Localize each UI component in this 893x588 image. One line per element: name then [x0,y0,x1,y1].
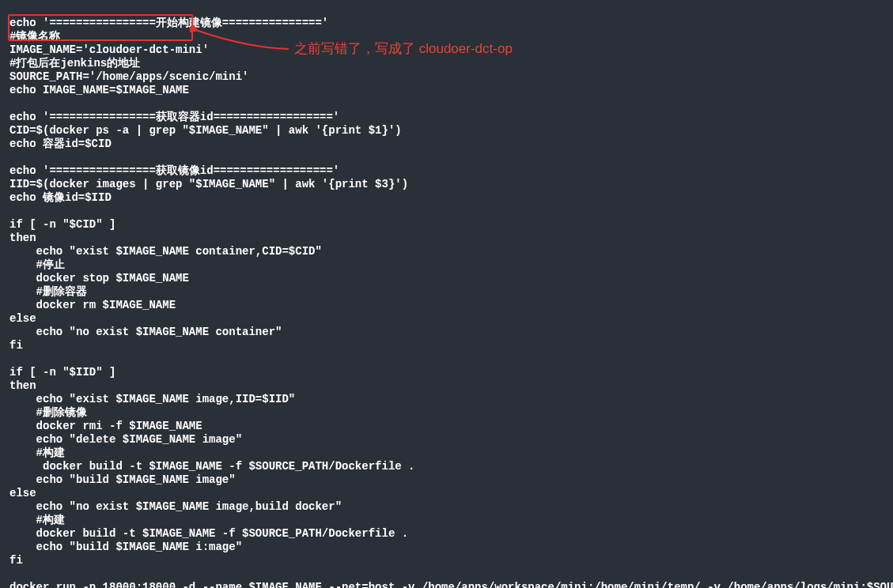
code-line: IMAGE_NAME='cloudoer-dct-mini' [9,43,209,56]
code-line: if [ -n "$IID" ] [9,366,115,379]
code-line: else [9,312,36,325]
code-line: CID=$(docker ps -a | grep "$IMAGE_NAME" … [9,124,402,137]
code-line: then [9,232,36,244]
code-line: docker build -t $IMAGE_NAME -f $SOURCE_P… [9,460,414,473]
code-line: then [9,379,36,392]
code-line: fi [9,554,23,567]
code-line: else [9,487,36,499]
code-line: echo "no exist $IMAGE_NAME container" [9,326,282,338]
code-line: echo '================开始构建镜像============… [9,17,328,29]
code-line: #停止 [9,258,65,271]
code-line: echo "build $IMAGE_NAME i:mage" [9,541,242,553]
code-line: IID=$(docker images | grep "$IMAGE_NAME"… [9,178,408,190]
code-line: #构建 [9,447,65,459]
code-line: #打包后在jenkins的地址 [9,57,140,70]
code-line: echo 容器id=$CID [9,138,112,150]
code-line: echo '================获取镜像id============… [9,164,339,177]
code-line: echo 镜像id=$IID [9,191,112,204]
code-line: if [ -n "$CID" ] [9,218,115,231]
code-line: echo "delete $IMAGE_NAME image" [9,433,242,446]
code-line: docker build -t $IMAGE_NAME -f $SOURCE_P… [9,527,408,540]
code-line: docker stop $IMAGE_NAME [9,272,189,285]
code-line: docker rmi -f $IMAGE_NAME [9,420,202,432]
code-line: echo IMAGE_NAME=$IMAGE_NAME [9,84,189,96]
code-line: echo "exist $IMAGE_NAME container,CID=$C… [9,245,322,258]
code-line: SOURCE_PATH='/home/apps/scenic/mini' [9,70,248,83]
shell-script-code: echo '================开始构建镜像============… [0,0,893,588]
code-line: fi [9,339,23,352]
code-line: echo "no exist $IMAGE_NAME image,build d… [9,500,342,513]
code-line: echo '================获取容器id============… [9,111,339,123]
code-line: echo "exist $IMAGE_NAME image,IID=$IID" [9,393,295,405]
code-line: docker rm $IMAGE_NAME [9,299,176,311]
code-line: #删除镜像 [9,406,87,419]
code-line: echo "build $IMAGE_NAME image" [9,473,236,486]
code-line: docker run -p 18000:18000 -d --name $IMA… [9,581,893,588]
code-line: #镜像名称 [9,30,60,43]
code-line: #构建 [9,514,65,526]
code-line: #删除容器 [9,285,87,298]
